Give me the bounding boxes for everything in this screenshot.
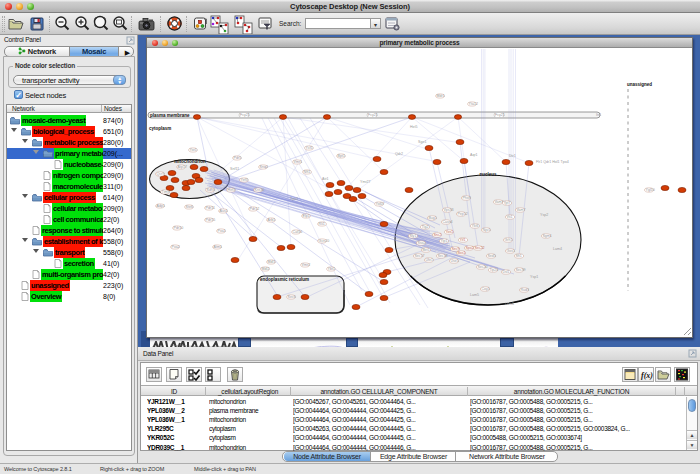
svg-text:Lam6: Lam6 [505,302,514,306]
svg-text:Pep12: Pep12 [457,212,467,216]
svg-text:Ycf1: Ycf1 [306,146,313,150]
svg-text:Atp17: Atp17 [178,165,187,169]
svg-text:Pho8: Pho8 [462,196,470,200]
svg-text:Sso2: Sso2 [417,241,425,245]
svg-text:Ysp2: Ysp2 [540,213,548,217]
svg-text:Lam4: Lam4 [553,247,562,251]
svg-text:Kre30: Kre30 [255,188,265,192]
svg-text:Vps33: Vps33 [443,208,453,212]
svg-text:Qdr2: Qdr2 [395,152,403,156]
svg-text:Pxa1: Pxa1 [218,229,226,233]
svg-text:Gcn20: Gcn20 [319,239,330,243]
svg-text:Ypt7: Ypt7 [503,201,510,205]
svg-text:Sge1: Sge1 [418,140,426,144]
svg-text:Ygl10: Ygl10 [646,188,655,192]
svg-text:Nyv1: Nyv1 [482,228,490,232]
svg-text:Pdr5: Pdr5 [234,156,242,160]
svg-text:Bos1: Bos1 [457,251,465,255]
svg-text:Flr1 Qdr1 Hol1 Tpo4: Flr1 Qdr1 Hol1 Tpo4 [536,160,569,164]
svg-text:Fcy21: Fcy21 [368,113,378,117]
svg-text:Nft1: Nft1 [304,170,311,174]
svg-text:Yor1: Yor1 [190,148,197,152]
svg-text:Yta12: Yta12 [469,102,478,106]
svg-text:Tpo1: Tpo1 [290,197,298,201]
svg-text:Yip1: Yip1 [440,239,447,243]
svg-text:Vmr1: Vmr1 [294,160,303,164]
svg-text:Itr1: Itr1 [596,113,601,117]
svg-text:Sft1: Sft1 [515,254,521,258]
svg-text:Bet1: Bet1 [422,248,429,252]
svg-text:Ymr27: Ymr27 [360,180,371,184]
svg-text:cytoplasm: cytoplasm [149,126,171,131]
svg-text:Vmr2: Vmr2 [302,263,311,267]
svg-text:Ufe1: Ufe1 [425,258,433,262]
svg-text:Pxa2: Pxa2 [172,245,180,249]
svg-text:Grh1: Grh1 [504,238,512,242]
svg-text:Vti1: Vti1 [506,215,512,219]
svg-text:Bug1: Bug1 [428,216,436,220]
svg-text:f(x): f(x) [641,371,653,380]
svg-text:Fcy21: Fcy21 [495,113,505,117]
svg-text:Sdh4: Sdh4 [207,188,215,192]
svg-text:Cass4: Cass4 [442,220,452,224]
svg-text:Sed5: Sed5 [487,254,495,258]
svg-text:Pdr11: Pdr11 [206,206,215,210]
svg-text:Mdl1: Mdl1 [268,260,276,264]
svg-text:Sec6: Sec6 [288,295,296,299]
svg-text:Lam5: Lam5 [470,293,479,297]
svg-text:Tlg2: Tlg2 [421,225,428,229]
svg-text:Ykt6: Ykt6 [471,224,478,228]
svg-text:Snc2: Snc2 [433,233,441,237]
svg-text:Atm1: Atm1 [214,245,222,249]
svg-text:Ysp1: Ysp1 [530,275,538,279]
svg-text:Yef3: Yef3 [241,178,248,182]
svg-text:Yos1: Yos1 [445,230,453,234]
svg-text:Arb1: Arb1 [268,218,276,222]
svg-text:Vam7: Vam7 [516,208,525,212]
svg-text:Atr1: Atr1 [322,177,329,181]
svg-text:Gos1: Gos1 [506,249,515,253]
svg-text:Sly1: Sly1 [409,234,416,238]
svg-text:nucleus: nucleus [479,172,497,177]
svg-text:Rli1: Rli1 [319,222,325,226]
svg-text:Dtr1: Dtr1 [509,154,516,158]
svg-text:Pdr15: Pdr15 [206,218,216,222]
svg-text:Tip20: Tip20 [489,268,498,272]
svg-text:Sec39: Sec39 [515,268,525,272]
svg-text:Sec22: Sec22 [474,246,484,250]
svg-text:Sec18: Sec18 [437,254,447,258]
svg-text:Tim9: Tim9 [162,190,170,194]
svg-text:Adp1: Adp1 [157,204,165,208]
svg-text:Rud3: Rud3 [520,288,529,292]
svg-text:Use1: Use1 [450,259,458,263]
svg-text:Sec20: Sec20 [477,265,487,269]
svg-text:Caf16: Caf16 [293,230,303,234]
svg-text:mitochondrion: mitochondrion [174,159,206,164]
svg-text:Mdl2: Mdl2 [262,267,270,271]
svg-text:Yif1: Yif1 [459,238,465,242]
svg-text:Aus1: Aus1 [220,209,228,213]
svg-text:Ybt1: Ybt1 [328,267,335,271]
svg-text:Dsl1: Dsl1 [502,270,509,274]
svg-text:Elp1: Elp1 [303,214,310,218]
svg-text:Coy1: Coy1 [481,287,489,291]
svg-text:Yol07: Yol07 [376,202,385,206]
svg-text:Hxt5: Hxt5 [410,125,417,129]
svg-text:Vam3: Vam3 [494,200,503,204]
svg-text:Ste6: Ste6 [186,205,193,209]
svg-text:Fcy21: Fcy21 [240,113,250,117]
svg-text:Bpt1: Bpt1 [338,154,345,158]
svg-text:Qcr9: Qcr9 [157,172,165,176]
svg-text:Sec17: Sec17 [414,254,424,258]
svg-text:Aqr1: Aqr1 [470,153,478,157]
svg-text:plasma membrane: plasma membrane [150,113,190,118]
svg-text:Snq2: Snq2 [260,165,268,169]
svg-text:Pdr12: Pdr12 [250,207,260,211]
svg-text:Pdr10: Pdr10 [174,226,184,230]
svg-text:Sgm1: Sgm1 [542,234,551,238]
svg-text:Hef3: Hef3 [228,188,236,192]
svg-text:unassigned: unassigned [627,82,652,87]
svg-text:Snf11: Snf11 [230,167,239,171]
svg-text:Mdr1: Mdr1 [437,94,445,98]
